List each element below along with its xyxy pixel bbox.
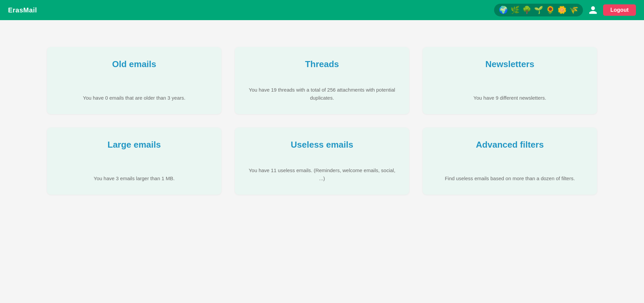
- card-newsletters[interactable]: NewslettersYou have 9 different newslett…: [423, 47, 597, 114]
- user-profile-button[interactable]: [588, 5, 598, 15]
- navbar-right: 🌍 🌿 🌳 🌱 🌻 🌼 🌾 Logout: [494, 4, 636, 16]
- brand-logo: ErasMail: [8, 6, 37, 14]
- logout-button[interactable]: Logout: [603, 4, 636, 16]
- emoji-bar: 🌍 🌿 🌳 🌱 🌻 🌼 🌾: [494, 4, 583, 16]
- emoji-6[interactable]: 🌼: [557, 6, 567, 14]
- card-title-large-emails: Large emails: [60, 140, 208, 150]
- emoji-4[interactable]: 🌱: [534, 6, 543, 14]
- emoji-5[interactable]: 🌻: [546, 6, 555, 14]
- card-title-old-emails: Old emails: [60, 59, 208, 69]
- card-title-advanced-filters: Advanced filters: [436, 140, 584, 150]
- card-useless-emails[interactable]: Useless emailsYou have 11 useless emails…: [235, 128, 409, 195]
- emoji-2[interactable]: 🌿: [511, 6, 520, 14]
- card-title-useless-emails: Useless emails: [248, 140, 396, 150]
- card-title-threads: Threads: [248, 59, 396, 69]
- main-content: Old emailsYou have 0 emails that are old…: [0, 20, 644, 221]
- card-description-useless-emails: You have 11 useless emails. (Reminders, …: [248, 166, 396, 183]
- emoji-1[interactable]: 🌍: [499, 6, 508, 14]
- cards-grid: Old emailsYou have 0 emails that are old…: [47, 47, 597, 195]
- card-threads[interactable]: ThreadsYou have 19 threads with a total …: [235, 47, 409, 114]
- emoji-3[interactable]: 🌳: [522, 6, 531, 14]
- card-description-large-emails: You have 3 emails larger than 1 MB.: [60, 174, 208, 183]
- card-description-newsletters: You have 9 different newsletters.: [436, 94, 584, 102]
- navbar: ErasMail 🌍 🌿 🌳 🌱 🌻 🌼 🌾 Logout: [0, 0, 644, 20]
- emoji-7[interactable]: 🌾: [569, 6, 578, 14]
- card-description-advanced-filters: Find useless emails based on more than a…: [436, 174, 584, 183]
- card-old-emails[interactable]: Old emailsYou have 0 emails that are old…: [47, 47, 221, 114]
- card-description-threads: You have 19 threads with a total of 256 …: [248, 86, 396, 102]
- card-large-emails[interactable]: Large emailsYou have 3 emails larger tha…: [47, 128, 221, 195]
- card-description-old-emails: You have 0 emails that are older than 3 …: [60, 94, 208, 102]
- card-title-newsletters: Newsletters: [436, 59, 584, 69]
- card-advanced-filters[interactable]: Advanced filtersFind useless emails base…: [423, 128, 597, 195]
